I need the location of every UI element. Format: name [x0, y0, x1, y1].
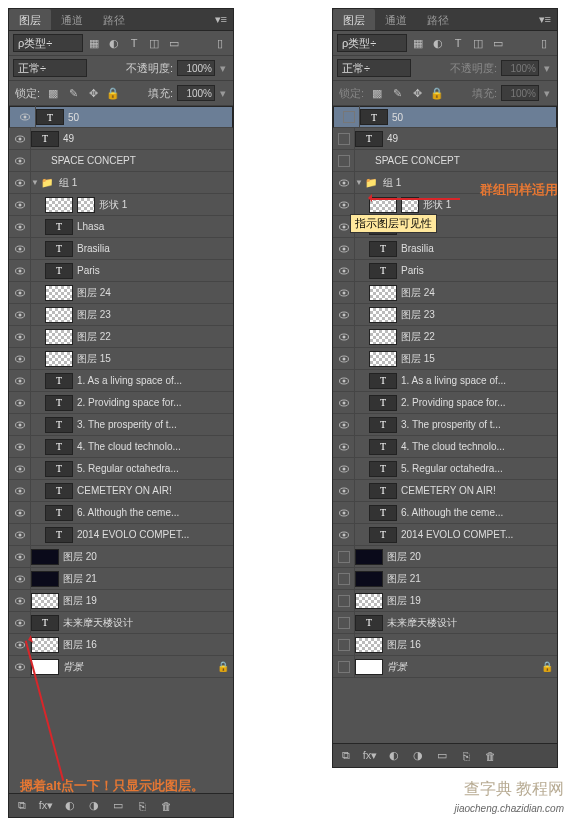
visibility-checkbox[interactable] — [333, 568, 355, 590]
fill-dropdown-icon[interactable]: ▾ — [217, 87, 229, 100]
lock-all-icon[interactable]: 🔒 — [104, 84, 122, 102]
layer-name[interactable]: SPACE CONCEPT — [51, 155, 233, 166]
layer-row[interactable]: T4. The cloud technolo... — [333, 436, 557, 458]
layer-name[interactable]: 图层 19 — [387, 594, 557, 608]
layer-name[interactable]: 2014 EVOLO COMPET... — [401, 529, 557, 540]
blend-mode-select[interactable]: 正常 ÷ — [13, 59, 87, 77]
adjustment-icon[interactable]: ◑ — [409, 749, 427, 762]
visibility-toggle[interactable] — [9, 458, 31, 480]
visibility-checkbox[interactable] — [333, 612, 355, 634]
filter-type-icon[interactable]: T — [449, 34, 467, 52]
layer-row[interactable]: 图层 23 — [333, 304, 557, 326]
visibility-checkbox[interactable] — [333, 194, 355, 216]
filter-kind-select[interactable]: ρ 类型 ÷ — [13, 34, 83, 52]
filter-adjust-icon[interactable]: ◐ — [429, 34, 447, 52]
layer-name[interactable]: SPACE CONCEPT — [375, 155, 557, 166]
delete-icon[interactable]: 🗑 — [157, 800, 175, 812]
layer-row[interactable]: ▼📁组 1 — [9, 172, 233, 194]
visibility-toggle[interactable] — [9, 392, 31, 414]
tab-channels[interactable]: 通道 — [375, 9, 417, 30]
layer-name[interactable]: 图层 24 — [77, 286, 233, 300]
visibility-checkbox[interactable] — [333, 128, 355, 150]
visibility-toggle[interactable] — [9, 150, 31, 172]
layer-row[interactable]: T50 — [9, 106, 233, 128]
layer-row[interactable]: 图层 15 — [333, 348, 557, 370]
adjustment-icon[interactable]: ◑ — [85, 799, 103, 812]
layer-row[interactable]: T未来摩天楼设计 — [9, 612, 233, 634]
tab-layers[interactable]: 图层 — [333, 9, 375, 30]
visibility-checkbox[interactable] — [333, 634, 355, 656]
layer-name[interactable]: 背景 — [63, 660, 217, 674]
layer-row[interactable]: T5. Regular octahedra... — [9, 458, 233, 480]
visibility-toggle[interactable] — [9, 524, 31, 546]
layer-name[interactable]: 图层 15 — [401, 352, 557, 366]
new-layer-icon[interactable]: ⎘ — [457, 750, 475, 762]
layer-row[interactable]: T3. The prosperity of t... — [333, 414, 557, 436]
filter-smart-icon[interactable]: ▭ — [489, 34, 507, 52]
link-icon[interactable]: ⧉ — [337, 749, 355, 762]
layer-name[interactable]: 4. The cloud technolo... — [401, 441, 557, 452]
opacity-value[interactable]: 100% — [177, 60, 215, 76]
layer-row[interactable]: 图层 23 — [9, 304, 233, 326]
visibility-checkbox[interactable] — [333, 282, 355, 304]
visibility-checkbox[interactable] — [333, 150, 355, 172]
layer-row[interactable]: 图层 16 — [333, 634, 557, 656]
layer-name[interactable]: 图层 24 — [401, 286, 557, 300]
visibility-toggle[interactable] — [9, 282, 31, 304]
visibility-toggle[interactable] — [9, 194, 31, 216]
layer-name[interactable]: 图层 15 — [77, 352, 233, 366]
layer-row[interactable]: T2014 EVOLO COMPET... — [9, 524, 233, 546]
visibility-toggle[interactable] — [9, 502, 31, 524]
lock-pixels-icon[interactable]: ✎ — [388, 84, 406, 102]
new-layer-icon[interactable]: ⎘ — [133, 800, 151, 812]
visibility-checkbox[interactable] — [333, 436, 355, 458]
tab-paths[interactable]: 路径 — [93, 9, 135, 30]
layer-row[interactable]: 图层 22 — [9, 326, 233, 348]
delete-icon[interactable]: 🗑 — [481, 750, 499, 762]
visibility-toggle[interactable] — [9, 480, 31, 502]
blend-mode-select[interactable]: 正常 ÷ — [337, 59, 411, 77]
visibility-checkbox[interactable] — [333, 260, 355, 282]
layer-row[interactable]: 形状 1 — [9, 194, 233, 216]
fx-icon[interactable]: fx▾ — [37, 799, 55, 812]
layer-row[interactable]: 图层 24 — [333, 282, 557, 304]
layer-name[interactable]: 3. The prosperity of t... — [401, 419, 557, 430]
layer-row[interactable]: T50 — [333, 106, 557, 128]
layer-row[interactable]: 图层 20 — [333, 546, 557, 568]
visibility-toggle[interactable] — [9, 590, 31, 612]
visibility-checkbox[interactable] — [333, 458, 355, 480]
layer-name[interactable]: 未来摩天楼设计 — [387, 616, 557, 630]
visibility-toggle[interactable] — [9, 414, 31, 436]
layer-row[interactable]: 图层 21 — [9, 568, 233, 590]
opacity-dropdown-icon[interactable]: ▾ — [541, 62, 553, 75]
visibility-checkbox[interactable] — [333, 348, 355, 370]
visibility-checkbox[interactable] — [333, 480, 355, 502]
layer-row[interactable]: 背景🔒 — [9, 656, 233, 678]
filter-toggle[interactable]: ▯ — [535, 34, 553, 52]
layer-name[interactable]: 6. Although the ceme... — [77, 507, 233, 518]
visibility-checkbox[interactable] — [338, 106, 360, 128]
lock-position-icon[interactable]: ✥ — [84, 84, 102, 102]
layer-name[interactable]: 50 — [392, 112, 552, 123]
layer-name[interactable]: 图层 21 — [63, 572, 233, 586]
visibility-toggle[interactable] — [9, 216, 31, 238]
filter-kind-select[interactable]: ρ 类型 ÷ — [337, 34, 407, 52]
visibility-checkbox[interactable] — [333, 238, 355, 260]
visibility-checkbox[interactable] — [333, 304, 355, 326]
filter-type-icon[interactable]: T — [125, 34, 143, 52]
layer-name[interactable]: 3. The prosperity of t... — [77, 419, 233, 430]
layer-row[interactable]: TParis — [333, 260, 557, 282]
layer-row[interactable]: T2. Providing space for... — [9, 392, 233, 414]
layer-row[interactable]: 图层 19 — [9, 590, 233, 612]
visibility-toggle[interactable] — [9, 326, 31, 348]
layer-name[interactable]: 图层 22 — [401, 330, 557, 344]
opacity-value[interactable]: 100% — [501, 60, 539, 76]
tab-layers[interactable]: 图层 — [9, 9, 51, 30]
visibility-toggle[interactable] — [9, 370, 31, 392]
layer-row[interactable]: ISPACE CONCEPT — [333, 150, 557, 172]
filter-toggle[interactable]: ▯ — [211, 34, 229, 52]
layer-name[interactable]: 4. The cloud technolo... — [77, 441, 233, 452]
layer-name[interactable]: 49 — [387, 133, 557, 144]
layer-row[interactable]: ISPACE CONCEPT — [9, 150, 233, 172]
layer-name[interactable]: 图层 19 — [63, 594, 233, 608]
